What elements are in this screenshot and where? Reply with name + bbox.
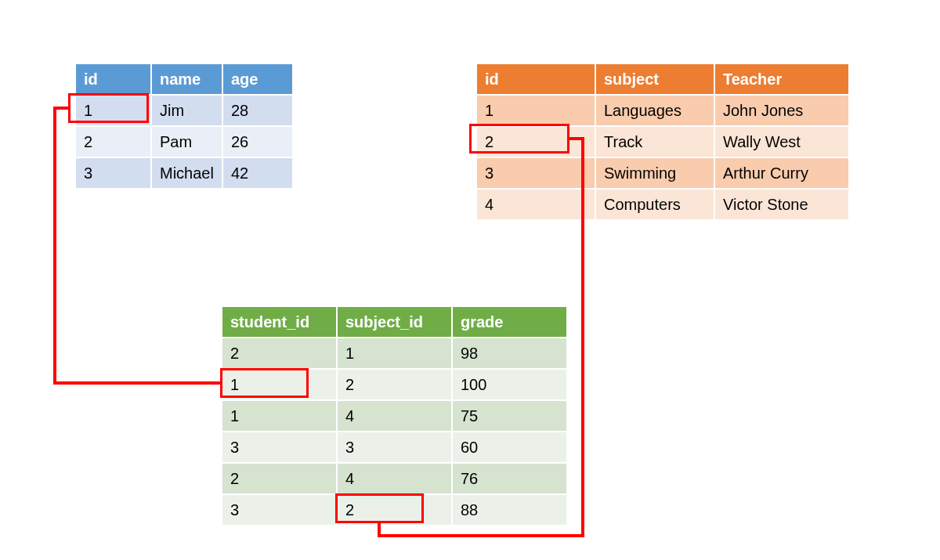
table-row: 2 Track Wally West: [477, 127, 848, 157]
grade-subject-id-cell: 1: [338, 338, 451, 368]
diagram-stage: id name age 1 Jim 28 2 Pam 26 3 Michael …: [0, 0, 940, 560]
subject-teacher-cell: Wally West: [715, 127, 848, 157]
table-row: 3 3 60: [222, 432, 566, 462]
student-name-cell: Pam: [152, 127, 222, 157]
subject-subject-cell: Computers: [596, 190, 714, 219]
grade-grade-cell: 88: [453, 495, 566, 525]
student-id-cell: 3: [76, 158, 150, 188]
subject-subject-cell: Languages: [596, 96, 714, 125]
students-header-id: id: [76, 64, 150, 94]
students-header-age: age: [223, 64, 292, 94]
table-row: 1 Languages John Jones: [477, 96, 848, 125]
grade-student-id-cell: 1: [222, 401, 336, 431]
table-row: 2 1 98: [222, 338, 566, 368]
grade-grade-cell: 100: [453, 370, 566, 399]
subject-teacher-cell: Victor Stone: [715, 190, 848, 219]
student-id-cell: 2: [76, 127, 150, 157]
students-header-row: id name age: [76, 64, 292, 94]
subjects-header-teacher: Teacher: [715, 64, 848, 94]
grade-student-id-cell: 2: [222, 464, 336, 493]
grade-subject-id-cell: 4: [338, 464, 451, 493]
table-row: 2 4 76: [222, 464, 566, 493]
student-name-cell: Michael: [152, 158, 222, 188]
grades-header-grade: grade: [453, 307, 566, 337]
grade-subject-id-cell: 4: [338, 401, 451, 431]
grades-header-student-id: student_id: [222, 307, 336, 337]
grades-header-row: student_id subject_id grade: [222, 307, 566, 337]
subject-teacher-cell: John Jones: [715, 96, 848, 125]
grade-student-id-cell: 3: [222, 495, 336, 525]
subjects-header-subject: subject: [596, 64, 714, 94]
student-age-cell: 28: [223, 96, 292, 125]
table-row: 2 Pam 26: [76, 127, 292, 157]
grades-header-subject-id: subject_id: [338, 307, 451, 337]
subject-id-cell: 4: [477, 190, 595, 219]
subjects-header-id: id: [477, 64, 595, 94]
table-row: 1 2 100: [222, 370, 566, 399]
students-header-name: name: [152, 64, 222, 94]
subject-subject-cell: Track: [596, 127, 714, 157]
student-age-cell: 26: [223, 127, 292, 157]
student-age-cell: 42: [223, 158, 292, 188]
subject-teacher-cell: Arthur Curry: [715, 158, 848, 188]
grade-subject-id-cell: 2: [338, 370, 451, 399]
grade-grade-cell: 76: [453, 464, 566, 493]
subject-id-cell: 3: [477, 158, 595, 188]
subjects-table: id subject Teacher 1 Languages John Jone…: [475, 63, 850, 221]
grade-subject-id-cell: 3: [338, 432, 451, 462]
grade-subject-id-cell: 2: [338, 495, 451, 525]
subject-subject-cell: Swimming: [596, 158, 714, 188]
subject-id-cell: 1: [477, 96, 595, 125]
grade-student-id-cell: 2: [222, 338, 336, 368]
grade-student-id-cell: 3: [222, 432, 336, 462]
table-row: 3 2 88: [222, 495, 566, 525]
table-row: 3 Michael 42: [76, 158, 292, 188]
table-row: 1 4 75: [222, 401, 566, 431]
students-table: id name age 1 Jim 28 2 Pam 26 3 Michael …: [74, 63, 294, 190]
table-row: 1 Jim 28: [76, 96, 292, 125]
grade-grade-cell: 60: [453, 432, 566, 462]
subjects-header-row: id subject Teacher: [477, 64, 848, 94]
subject-id-cell: 2: [477, 127, 595, 157]
student-name-cell: Jim: [152, 96, 222, 125]
grade-student-id-cell: 1: [222, 370, 336, 399]
table-row: 4 Computers Victor Stone: [477, 190, 848, 219]
grades-table: student_id subject_id grade 2 1 98 1 2 1…: [221, 305, 568, 526]
table-row: 3 Swimming Arthur Curry: [477, 158, 848, 188]
grade-grade-cell: 75: [453, 401, 566, 431]
grade-grade-cell: 98: [453, 338, 566, 368]
student-id-cell: 1: [76, 96, 150, 125]
